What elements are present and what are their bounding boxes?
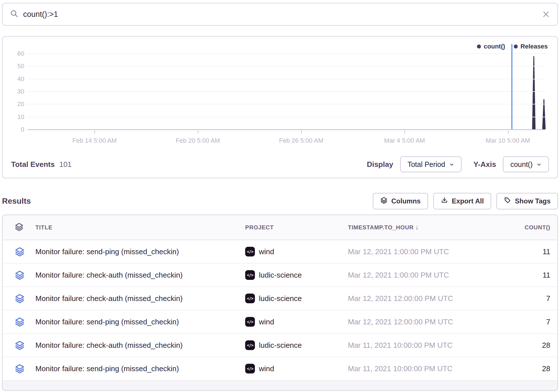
y-axis-tick-label: 10 [3, 113, 24, 121]
chart-plot-area [28, 44, 546, 130]
show-tags-button-label: Show Tags [515, 197, 551, 205]
count-cell: 28 [478, 341, 557, 350]
timestamp-cell: Mar 12, 2021 12:00:00 PM UTC [348, 294, 478, 303]
results-table: TITLE PROJECT TIMESTAMP.TO_HOUR↓ COUNT()… [2, 215, 558, 391]
close-icon[interactable] [542, 10, 550, 18]
timestamp-cell: Mar 12, 2021 12:00:00 PM UTC [348, 318, 478, 326]
search-icon [10, 9, 19, 19]
timestamp-cell: Mar 11, 2021 10:00:00 PM UTC [348, 341, 478, 350]
column-header-title[interactable]: TITLE [35, 224, 245, 231]
columns-button-label: Columns [391, 197, 421, 205]
x-axis-tick [508, 131, 509, 134]
event-title-link[interactable]: Monitor failure: check-auth (missed_chec… [35, 294, 245, 303]
project-cell: </> ludic-science [245, 270, 348, 280]
y-axis-tick-label: 40 [3, 75, 24, 83]
stack-icon [3, 340, 35, 350]
chart-y-axis: 6050403020100 [3, 44, 24, 130]
events-chart-panel: count()Releases 6050403020100 Feb 14 5:0… [2, 36, 558, 178]
count-cell: 7 [478, 294, 557, 303]
column-header-count[interactable]: COUNT() [478, 224, 557, 231]
count-cell: 28 [478, 364, 557, 373]
count-cell: 11 [478, 247, 557, 256]
y-axis-tick-label: 20 [3, 100, 24, 108]
timestamp-cell: Mar 12, 2021 1:00:00 PM UTC [348, 271, 478, 280]
code-icon: </> [245, 270, 255, 280]
project-cell: </> ludic-science [245, 340, 348, 350]
show-tags-button[interactable]: Show Tags [496, 193, 558, 209]
x-axis-tick [404, 131, 405, 134]
x-axis-tick [94, 131, 95, 134]
column-header-timestamp-label: TIMESTAMP.TO_HOUR [348, 224, 414, 231]
columns-button[interactable]: Columns [373, 193, 428, 209]
stack-icon [3, 222, 35, 233]
column-header-timestamp[interactable]: TIMESTAMP.TO_HOUR↓ [348, 224, 478, 231]
chart-footer: Total Events 101 Display Total Period Y-… [3, 156, 557, 173]
timestamp-cell: Mar 11, 2021 10:00:00 PM UTC [348, 364, 478, 373]
event-title-link[interactable]: Monitor failure: send-ping (missed_check… [35, 247, 245, 256]
results-header-row: Results Columns Export All [2, 193, 558, 209]
total-events-label: Total Events [11, 160, 55, 169]
export-all-button[interactable]: Export All [433, 193, 491, 209]
project-name: wind [259, 247, 274, 256]
project-name: wind [259, 318, 274, 326]
gridline [28, 79, 546, 79]
gridline [28, 91, 546, 92]
gridline [28, 53, 546, 54]
event-title-link[interactable]: Monitor failure: check-auth (missed_chec… [35, 341, 245, 350]
project-name: ludic-science [259, 341, 302, 350]
y-axis-tick-label: 60 [3, 50, 24, 57]
count-cell: 11 [478, 271, 557, 280]
y-axis-tick-label: 30 [3, 88, 24, 95]
project-cell: </> ludic-science [245, 294, 348, 303]
table-row: Monitor failure: check-auth (missed_chec… [3, 264, 557, 287]
project-cell: </> wind [245, 364, 348, 373]
x-axis-tick-label: Feb 14 5:00 AM [72, 137, 116, 144]
stack-icon [3, 293, 35, 304]
yaxis-label: Y-Axis [474, 160, 496, 169]
stack-icon [3, 270, 35, 280]
table-footer-strip [3, 381, 557, 391]
sort-descending-arrow: ↓ [415, 224, 419, 231]
x-axis-tick-label: Feb 26 5:00 AM [279, 137, 323, 144]
download-icon [441, 197, 448, 206]
yaxis-dropdown-value: count() [510, 160, 533, 169]
event-title-link[interactable]: Monitor failure: send-ping (missed_check… [35, 364, 245, 373]
event-title-link[interactable]: Monitor failure: check-auth (missed_chec… [35, 271, 245, 280]
table-row: Monitor failure: send-ping (missed_check… [3, 357, 557, 381]
table-row: Monitor failure: send-ping (missed_check… [3, 310, 557, 334]
table-row: Monitor failure: check-auth (missed_chec… [3, 287, 557, 310]
stack-icon [380, 197, 388, 206]
project-name: ludic-science [259, 294, 302, 303]
yaxis-dropdown[interactable]: count() [503, 156, 549, 172]
project-cell: </> wind [245, 317, 348, 327]
search-input[interactable] [23, 10, 537, 19]
code-icon: </> [245, 247, 255, 256]
y-axis-tick-label: 0 [3, 126, 24, 133]
display-dropdown[interactable]: Total Period [400, 156, 462, 172]
event-title-link[interactable]: Monitor failure: send-ping (missed_check… [35, 318, 245, 326]
column-header-project[interactable]: PROJECT [245, 224, 348, 231]
x-axis-tick [301, 131, 302, 134]
gridline [28, 66, 546, 66]
timestamp-cell: Mar 12, 2021 1:00:00 PM UTC [348, 247, 478, 256]
table-row: Monitor failure: check-auth (missed_chec… [3, 334, 557, 357]
code-icon: </> [245, 340, 255, 350]
stack-icon [3, 363, 35, 374]
chart-x-axis-line [28, 129, 546, 130]
export-all-button-label: Export All [452, 197, 484, 205]
code-icon: </> [245, 317, 255, 327]
y-axis-tick-label: 50 [3, 62, 24, 70]
count-cell: 7 [478, 318, 557, 326]
total-events-value: 101 [59, 160, 72, 169]
x-axis-tick-label: Feb 20 5:00 AM [176, 137, 220, 144]
stack-icon [3, 246, 35, 257]
project-cell: </> wind [245, 247, 348, 256]
display-label: Display [367, 160, 393, 169]
display-dropdown-value: Total Period [408, 160, 445, 169]
table-row: Monitor failure: send-ping (missed_check… [3, 240, 557, 264]
project-name: ludic-science [259, 271, 302, 280]
search-bar [2, 3, 558, 26]
code-icon: </> [245, 294, 255, 303]
project-name: wind [259, 364, 274, 373]
gridline [28, 117, 546, 117]
